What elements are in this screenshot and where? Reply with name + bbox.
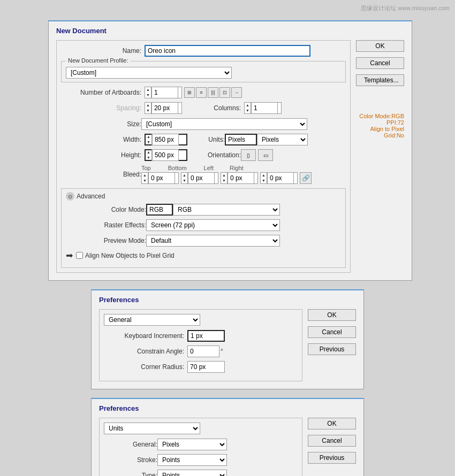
- artboard-arrange-icon[interactable]: ⊡: [219, 87, 230, 98]
- name-label: Name:: [61, 47, 141, 55]
- artboards-spinner[interactable]: ▲ ▼: [145, 87, 182, 98]
- orientation-buttons: ▯ ▭: [241, 149, 273, 161]
- preferences-general-dialog: Preferences General Units Keyboard Incre…: [91, 289, 364, 389]
- align-checkbox[interactable]: [76, 252, 83, 259]
- pref-general-ok[interactable]: OK: [308, 309, 356, 321]
- pref-units-type-label: Type:: [104, 472, 157, 476]
- bleed-right-input[interactable]: [267, 172, 294, 184]
- align-arrow: ➡: [66, 250, 73, 260]
- spacing-input[interactable]: [151, 102, 178, 114]
- artboard-col-icon[interactable]: |||: [208, 87, 218, 98]
- size-label: Size:: [61, 120, 141, 128]
- bleed-label: Bleed:: [61, 171, 141, 178]
- height-arrows[interactable]: ▲ ▼: [146, 149, 152, 161]
- bleed-top-spinner[interactable]: ▲▼: [141, 172, 179, 184]
- pref-units-stroke-select[interactable]: Points Pixels Inches: [157, 454, 227, 466]
- bleed-right-spinner[interactable]: ▲▼: [260, 172, 298, 184]
- units-select[interactable]: Pixels Inches Centimeters: [257, 134, 308, 145]
- width-spinner[interactable]: ▲ ▼: [145, 134, 187, 145]
- bleed-bottom-input[interactable]: [188, 172, 215, 184]
- columns-down-arrow[interactable]: ▼: [245, 108, 251, 113]
- width-arrows[interactable]: ▲ ▼: [146, 134, 152, 145]
- pref-units-type-select[interactable]: Points Pixels Inches: [157, 470, 227, 476]
- ok-button[interactable]: OK: [356, 40, 404, 52]
- pref-units-main: Units General General: Pixels Inches Poi…: [99, 418, 356, 476]
- spacing-label: Spacing:: [61, 104, 141, 112]
- artboards-label: Number of Artboards:: [61, 89, 141, 96]
- watermark: 思缘设计论坛 www.missyuan.com: [361, 4, 450, 12]
- corner-radius-label: Corner Radius:: [104, 363, 184, 371]
- orientation-portrait[interactable]: ▯: [241, 149, 256, 161]
- templates-button[interactable]: Templates...: [356, 74, 404, 86]
- bleed-top-input[interactable]: [148, 172, 175, 184]
- artboard-right-icon[interactable]: →: [231, 87, 242, 98]
- pref-units-section-select[interactable]: Units General: [104, 423, 200, 434]
- pref-general-title: Preferences: [99, 296, 356, 304]
- artboard-row-icon[interactable]: ≡: [196, 87, 207, 98]
- orientation-landscape[interactable]: ▭: [258, 149, 273, 161]
- spacing-up-arrow[interactable]: ▲: [145, 103, 151, 108]
- profile-select[interactable]: [Custom]: [66, 67, 232, 79]
- preview-select[interactable]: Default: [146, 235, 280, 247]
- pref-units-general-select[interactable]: Pixels Inches Points: [157, 439, 227, 450]
- artboards-arrows[interactable]: ▲ ▼: [145, 87, 151, 98]
- height-spinner[interactable]: ▲ ▼: [145, 149, 187, 161]
- keyboard-increment-input[interactable]: [187, 330, 225, 342]
- pref-general-cancel[interactable]: Cancel: [308, 326, 356, 338]
- cancel-button[interactable]: Cancel: [356, 57, 404, 69]
- pref-general-previous[interactable]: Previous: [308, 343, 356, 355]
- pref-units-stroke-label: Stroke:: [104, 456, 157, 464]
- size-select[interactable]: [Custom]: [141, 118, 307, 130]
- height-input[interactable]: [152, 149, 179, 161]
- raster-select[interactable]: Screen (72 ppi) Medium (150 ppi) High (3…: [146, 219, 280, 231]
- raster-label: Raster Effects:: [66, 221, 146, 229]
- width-input[interactable]: [152, 134, 179, 145]
- artboards-input[interactable]: [151, 87, 178, 98]
- width-up-arrow[interactable]: ▲: [146, 134, 151, 140]
- info-panel: Color Mode:RGB PPI:72 Align to Pixel Gri…: [356, 113, 404, 139]
- spacing-spinner[interactable]: ▲ ▼: [145, 102, 182, 114]
- preferences-units-dialog: Preferences Units General General: Pixel…: [91, 398, 364, 476]
- width-label: Width:: [61, 136, 141, 143]
- pref-units-ok[interactable]: OK: [308, 418, 356, 429]
- height-up-arrow[interactable]: ▲: [146, 150, 151, 155]
- info-align: Align to Pixel Grid:No: [356, 126, 404, 139]
- pref-units-cancel[interactable]: Cancel: [308, 435, 356, 447]
- color-mode-select[interactable]: RGB CMYK: [173, 204, 280, 216]
- artboard-grid-icon[interactable]: ⊞: [184, 87, 195, 98]
- corner-radius-input[interactable]: [187, 361, 225, 373]
- columns-label: Columns:: [203, 104, 241, 112]
- pref-general-section: General Units: [104, 314, 298, 326]
- spacing-arrows[interactable]: ▲ ▼: [145, 102, 151, 114]
- artboards-down-arrow[interactable]: ▼: [145, 93, 151, 98]
- pref-units-general-label: General:: [104, 441, 157, 448]
- bleed-top-label: Top: [141, 165, 151, 171]
- columns-up-arrow[interactable]: ▲: [245, 103, 251, 108]
- pref-general-section-select[interactable]: General Units: [104, 314, 200, 326]
- color-mode-wrap: RGB CMYK: [146, 204, 280, 216]
- bleed-right-label: Right: [230, 165, 244, 171]
- bleed-link-button[interactable]: 🔗: [300, 172, 312, 184]
- columns-input[interactable]: [251, 102, 278, 114]
- bleed-left-input[interactable]: [228, 172, 254, 184]
- width-down-arrow[interactable]: ▼: [146, 140, 151, 145]
- units-input[interactable]: [225, 134, 257, 145]
- advanced-toggle[interactable]: ⊙ Advanced: [66, 192, 341, 201]
- pref-units-previous[interactable]: Previous: [308, 452, 356, 464]
- pref-general-left: General Units Keyboard Increment: Constr…: [99, 309, 302, 381]
- preview-label: Preview Mode:: [66, 237, 146, 244]
- artboards-up-arrow[interactable]: ▲: [145, 87, 151, 93]
- bleed-left-spinner[interactable]: ▲▼: [221, 172, 258, 184]
- color-mode-input[interactable]: [146, 204, 173, 216]
- columns-spinner[interactable]: ▲ ▼: [244, 102, 282, 114]
- name-input[interactable]: [145, 45, 310, 57]
- constrain-angle-label: Constrain Angle:: [104, 348, 184, 355]
- new-document-dialog: New Document Name: New Document Profile:…: [48, 20, 412, 281]
- columns-arrows[interactable]: ▲ ▼: [245, 102, 251, 114]
- constrain-angle-input[interactable]: [187, 346, 219, 357]
- spacing-down-arrow[interactable]: ▼: [145, 108, 151, 113]
- bleed-bottom-spinner[interactable]: ▲▼: [181, 172, 218, 184]
- height-label: Height:: [61, 151, 141, 159]
- advanced-label: Advanced: [77, 193, 105, 200]
- height-down-arrow[interactable]: ▼: [146, 155, 151, 160]
